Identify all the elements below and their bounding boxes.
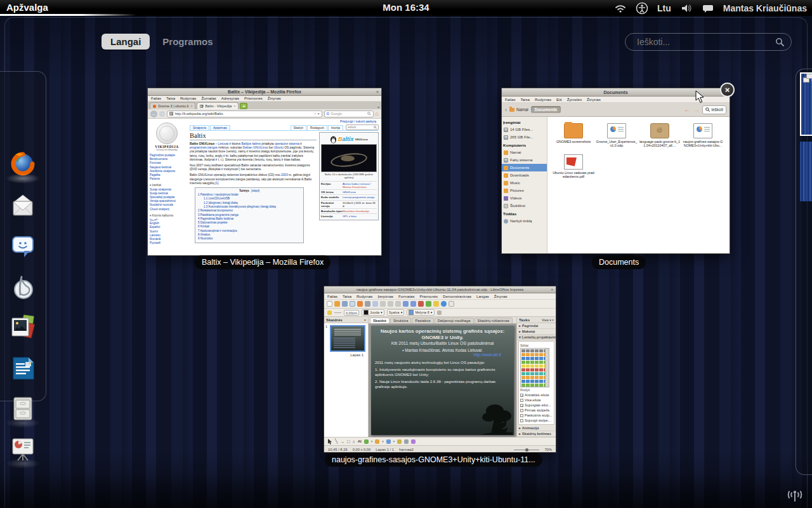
open-icon[interactable] [334, 301, 340, 307]
accessibility-icon[interactable] [636, 2, 648, 15]
dash-item-file-manager[interactable] [8, 394, 37, 423]
new-doc-icon[interactable] [327, 301, 332, 307]
table-style-list[interactable] [520, 348, 549, 387]
tasks-section-maketai[interactable]: ▸ Maketai [517, 329, 556, 335]
ellipse-icon[interactable]: ○ [352, 439, 355, 444]
file-item[interactable]: naujos-grafines-sasajos-GNOME3+Unity+kit… [682, 123, 724, 148]
text-icon[interactable]: AI [358, 439, 362, 443]
tab-list-icon[interactable]: ▾ [377, 105, 379, 109]
firefox-menubar[interactable]: FailasTaisaRodymasŽurnalasAdresynasPriem… [148, 96, 381, 102]
workspace-thumbnail-1[interactable] [800, 72, 812, 136]
shadow-icon[interactable] [437, 311, 442, 315]
menu-item[interactable]: Eiti [556, 97, 562, 102]
search-icon[interactable] [367, 112, 371, 116]
drawing-toolbar[interactable]: ╲ → □ ○ AI ▾ ▾ ▾ [324, 437, 556, 445]
menu-item[interactable]: Žymelės [567, 97, 582, 102]
view-tab[interactable]: Pastabos [412, 318, 433, 323]
wiki-page-tab[interactable]: Straipsnis [190, 125, 209, 130]
tasks-section-pagrindai[interactable]: ▸ Pagrindai [517, 323, 556, 329]
sidebar-place[interactable]: 265 GB File... [502, 133, 547, 141]
path-collapse-icon[interactable]: ‹ [505, 107, 507, 113]
dash-item-evolution-mail[interactable] [8, 191, 37, 220]
undo-icon[interactable] [403, 301, 409, 307]
impress-close-icon[interactable]: × [551, 286, 553, 293]
menu-item[interactable]: Formatas [398, 295, 414, 298]
network-antenna-icon[interactable] [783, 484, 807, 505]
table-option-checkbox[interactable]: Visa eilutė [520, 398, 553, 403]
shape-icon[interactable] [364, 439, 369, 444]
tasks-section-skaidriu-keitimas[interactable]: ▸ Skaidrių keitimas [517, 431, 556, 437]
zoom-slider[interactable] [514, 450, 539, 450]
dash-item-libreoffice-writer[interactable] [8, 354, 37, 383]
toc-entry[interactable]: 9 Nuorodos [198, 237, 301, 241]
menu-item[interactable]: Žinynas [494, 295, 508, 298]
sidebar-place[interactable]: Music [502, 179, 547, 187]
print-icon[interactable] [365, 301, 370, 307]
wikipedia-globe-logo[interactable] [156, 123, 178, 144]
firefox-titlebar[interactable]: Baltix – Vikipedija – Mozilla Firefox × [148, 88, 381, 96]
url-bar[interactable]: W http://lt.wikipedia.org/wiki/Baltix ☆ … [167, 110, 322, 117]
message-tray-area[interactable] [0, 473, 812, 508]
menu-item[interactable]: Taisa [521, 97, 530, 102]
wiki-nav-link[interactable]: Parama [150, 177, 184, 181]
sidebar-place[interactable]: Naršyti tinklą [502, 217, 547, 225]
block-arrows-icon[interactable] [386, 439, 391, 444]
menu-item[interactable]: Langas [476, 295, 489, 298]
menu-item[interactable]: Taisa [166, 97, 175, 100]
panel-close-icon[interactable]: × [363, 318, 366, 322]
table-option-checkbox[interactable]: Sujungtas eilut... [520, 403, 553, 408]
tab-windows[interactable]: Langai [102, 34, 150, 50]
file-item[interactable]: Gnome_User_Experience_v1.0.odp [596, 123, 638, 148]
line-sample[interactable]: —— [334, 311, 341, 314]
firefox-close-icon[interactable]: × [376, 88, 379, 96]
menu-item[interactable]: Failas [151, 97, 161, 100]
sidebar-place[interactable]: Įrenginiai [502, 118, 547, 126]
table-icon[interactable] [426, 301, 431, 307]
new-tab-button[interactable]: + [240, 103, 247, 109]
menu-item[interactable]: Rodymas [357, 295, 372, 298]
slide-link[interactable]: http://www.akl.lt [375, 352, 510, 357]
tab-close-icon[interactable]: × [233, 104, 235, 108]
window-close-button[interactable]: × [720, 83, 735, 97]
workspace-thumbnail-2[interactable] [800, 142, 812, 201]
toc-hide-link[interactable]: [slėpti] [251, 189, 259, 192]
table-option-checkbox[interactable]: Sujungti stulpe... [520, 418, 553, 423]
view-tab[interactable]: Dalijamoji medžiaga [435, 318, 474, 323]
wiki-tool-link[interactable]: Cituoti straipsnį [150, 208, 184, 211]
impress-titlebar[interactable]: naujos-grafines-sasajos-GNOME3+Unity+kit… [324, 286, 556, 293]
zoom-icon[interactable] [441, 301, 447, 307]
tasks-view-menu[interactable]: View ▾ × [542, 318, 554, 322]
impress-standard-toolbar[interactable] [324, 300, 556, 309]
menu-item[interactable]: Rodymas [535, 97, 551, 102]
wiki-language-link[interactable]: Русский [150, 241, 184, 245]
rect-icon[interactable]: □ [347, 439, 350, 444]
search-field[interactable]: G Google [324, 110, 374, 117]
file-item[interactable]: Ubuntu Linux vadovas pradedantiems.pdf [553, 154, 594, 179]
dash-item-firefox[interactable] [8, 149, 37, 178]
preview-icon[interactable] [372, 301, 378, 307]
slide-canvas[interactable]: Naujos kartos operacinių sistemų grafinė… [369, 324, 516, 437]
menu-item[interactable]: Taisa [343, 295, 351, 298]
line-color-dropdown[interactable]: Juoda▾ [362, 309, 384, 316]
volume-icon[interactable] [680, 2, 693, 15]
impress-menubar[interactable]: FailasTaisaRodymasĮterpimasFormatasPriem… [324, 293, 556, 300]
table-option-checkbox[interactable]: Paskutinis stulp... [520, 413, 553, 418]
wiki-action-tab[interactable]: Skaityti [291, 125, 306, 130]
tasks-section-table-design[interactable]: ▾ Lentelių projektavimas [517, 335, 556, 340]
symbol-shapes-icon[interactable] [375, 439, 379, 444]
menu-item[interactable]: Žinynas [268, 97, 281, 100]
tasks-section-animacija[interactable]: ▸ Animacija [517, 425, 556, 431]
window-firefox[interactable]: Baltix – Vikipedija – Mozilla Firefox × … [148, 88, 381, 255]
sidebar-place[interactable]: Tinklas [502, 210, 547, 217]
wifi-icon[interactable] [614, 2, 627, 15]
chat-icon[interactable] [702, 2, 714, 15]
file-item[interactable]: language-pack-gnome-lt_11.04+20110407_al… [639, 123, 681, 148]
line-icon[interactable]: ╲ [335, 439, 337, 444]
fill-mode-dropdown[interactable]: Spalva▾ [387, 309, 405, 316]
overview-search[interactable] [625, 33, 792, 51]
wiki-action-tab[interactable]: Redaguoti [307, 125, 327, 130]
effects-icon[interactable] [411, 439, 416, 444]
paste-icon[interactable] [395, 301, 401, 307]
breadcrumb-current[interactable]: Documents [531, 106, 561, 113]
dash-item-shotwell-photos[interactable] [8, 312, 37, 342]
